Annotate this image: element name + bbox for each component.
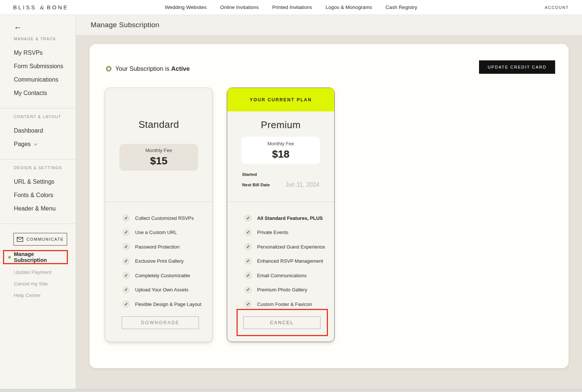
feature-row: ✓Use a Custom URL [122,225,212,240]
check-icon: ✓ [122,229,130,236]
subscription-panel: Your Subscription is Active UPDATE CREDI… [90,44,569,368]
logo-ampersand: & [40,5,44,10]
sidebar-item-url-settings[interactable]: URL & Settings [0,175,76,189]
check-icon: ✓ [244,243,252,250]
sidebar-item-fonts-colors[interactable]: Fonts & Colors [0,189,76,202]
feature-label: Upload Your Own Assets [135,287,188,293]
fee-amount: $15 [150,155,168,167]
sidebar-item-manage-subscription[interactable]: Manage Subscription [14,251,67,263]
sidebar-item-update-payment[interactable]: Update Payment [0,266,76,278]
feature-row: ✓Premium Photo Gallery [244,283,334,297]
sidebar-item-help-center[interactable]: Help Center [0,290,76,301]
annotation-highlight-manage-subscription: Manage Subscription [3,250,68,264]
feature-row: ✓Email Communications [244,268,334,283]
feature-label: Personalized Guest Experience [257,244,325,250]
sidebar-item-dashboard[interactable]: Dashboard [0,124,76,137]
sidebar-item-my-rsvps[interactable]: My RSVPs [0,46,76,60]
feature-label: Password Protection [135,244,179,250]
design-settings-items: URL & Settings Fonts & Colors Header & M… [0,175,76,215]
check-icon: ✓ [122,243,130,250]
plan-card-standard: Standard Monthly Fee $15 ✓Collect Custom… [105,88,213,342]
premium-plan-top: YOUR CURRENT PLAN Premium Monthly Fee $1… [227,88,334,202]
feature-label: Exclusive Print Gallery [135,258,184,264]
check-icon: ✓ [122,272,130,279]
logo-text-right: BONE [47,4,69,10]
sidebar-item-form-submissions[interactable]: Form Submissions [0,60,76,73]
feature-label: Enhanced RSVP Management [257,258,323,264]
page-header: Manage Subscription [76,15,582,35]
feature-label: All Standard Features, PLUS [257,215,323,221]
current-plan-badge: YOUR CURRENT PLAN [227,88,334,111]
page-title: Manage Subscription [91,21,159,29]
update-credit-card-button[interactable]: UPDATE CREDIT CARD [479,60,555,74]
check-icon: ✓ [122,257,130,265]
cancel-button[interactable]: CANCEL [243,316,320,329]
account-link[interactable]: ACCOUNT [545,5,569,10]
chevron-down-icon [34,142,38,145]
envelope-icon [17,237,23,242]
feature-label: Custom Footer & Favicon [257,301,312,307]
nav-logos-monograms[interactable]: Logos & Monograms [326,4,372,10]
feature-row: ✓Collect Customized RSVPs [122,211,212,225]
back-arrow-icon[interactable]: ← [14,22,76,31]
sidebar-item-header-menu[interactable]: Header & Menu [0,202,76,215]
next-bill-row: Next Bill Date Jun 11, 2024 [242,181,319,188]
billing-info: Started Next Bill Date Jun 11, 2024 [227,164,334,188]
active-dot-icon [8,256,11,259]
sidebar-divider [0,108,76,108]
sidebar-item-communications[interactable]: Communications [0,73,76,86]
bottom-window-edge [0,389,582,392]
plan-name-premium: Premium [227,111,334,131]
plan-card-premium: YOUR CURRENT PLAN Premium Monthly Fee $1… [227,88,335,342]
premium-fee-box: Monthly Fee $18 [241,137,320,164]
feature-label: Premium Photo Gallery [257,287,307,293]
feature-row: ✓Upload Your Own Assets [122,283,212,297]
status-text: Your Subscription is Active [115,65,190,72]
manage-track-items: My RSVPs Form Submissions Communications… [0,46,76,100]
check-icon: ✓ [244,286,252,294]
section-title-content-layout: CONTENT & LAYOUT [14,114,76,119]
top-nav-menu: Wedding Websites Online Invitations Prin… [165,4,417,10]
feature-row: ✓Exclusive Print Gallery [122,254,212,269]
feature-row: ✓All Standard Features, PLUS [244,211,334,225]
brand-logo[interactable]: BLISS & BONE [13,4,69,10]
status-active-icon [106,66,112,72]
sidebar-divider [0,159,76,159]
fee-label: Monthly Fee [267,141,294,146]
standard-fee-box: Monthly Fee $15 [119,144,198,171]
communicate-label: COMMUNICATE [26,237,64,241]
sidebar-item-pages[interactable]: Pages [0,137,76,151]
premium-features-list: ✓All Standard Features, PLUS ✓Private Ev… [227,202,334,312]
feature-row: ✓Private Events [244,225,334,240]
feature-row: ✓Custom Footer & Favicon [244,297,334,312]
feature-row: ✓Enhanced RSVP Management [244,254,334,269]
sidebar-divider [0,224,76,224]
check-icon: ✓ [244,300,252,308]
nav-cash-registry[interactable]: Cash Registry [385,4,417,10]
communicate-button[interactable]: COMMUNICATE [13,233,67,246]
content-area: Your Subscription is Active UPDATE CREDI… [76,35,582,389]
downgrade-button[interactable]: DOWNGRADE [122,316,199,329]
started-row: Started [242,172,319,177]
started-label: Started [242,172,257,177]
fee-amount: $18 [272,148,290,160]
feature-row: ✓Personalized Guest Experience [244,240,334,254]
nav-printed-invitations[interactable]: Printed Invitations [272,4,312,10]
nav-wedding-websites[interactable]: Wedding Websites [165,4,207,10]
nav-online-invitations[interactable]: Online Invitations [220,4,259,10]
check-icon: ✓ [122,214,130,222]
feature-label: Flexible Design & Page Layout [135,301,201,307]
feature-label: Email Communications [257,273,307,278]
section-title-manage-track: MANAGE & TRACK [14,37,76,41]
pages-label: Pages [14,141,31,148]
content-layout-items: Dashboard Pages [0,124,76,151]
sidebar-item-my-contacts[interactable]: My Contacts [0,86,76,100]
feature-label: Use a Custom URL [135,230,177,235]
status-value: Active [171,65,190,72]
check-icon: ✓ [122,300,130,308]
top-navigation-bar: BLISS & BONE Wedding Websites Online Inv… [0,0,582,15]
sidebar-item-cancel-my-site[interactable]: Cancel my Site [0,278,76,290]
feature-label: Private Events [257,230,288,235]
check-icon: ✓ [244,214,252,222]
check-icon: ✓ [122,286,130,294]
